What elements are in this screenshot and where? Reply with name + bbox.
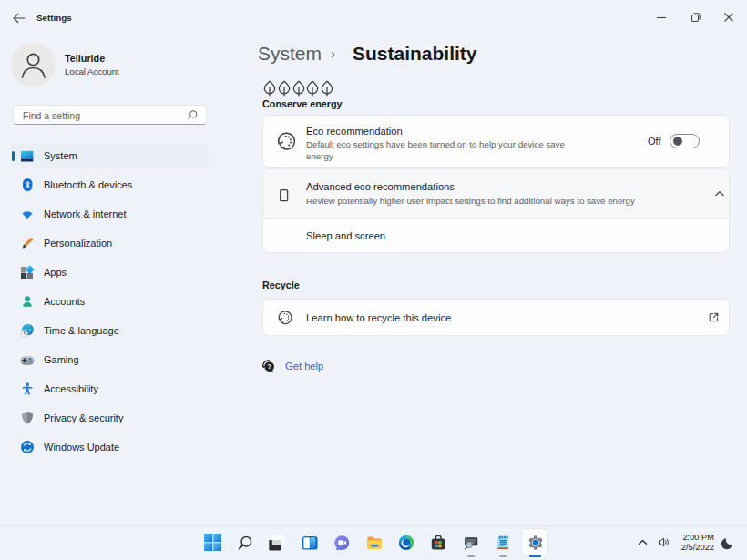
svg-text:?: ? [267,362,271,371]
